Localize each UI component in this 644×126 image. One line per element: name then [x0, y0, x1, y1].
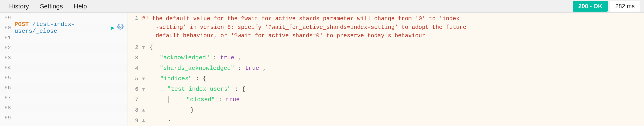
fold-marker[interactable]: ▼	[142, 76, 145, 82]
response-time: 282 ms	[610, 1, 640, 12]
line-number: 2	[129, 42, 142, 50]
table-row: 63	[0, 53, 127, 63]
http-method: POST	[14, 21, 29, 28]
table-row: 67	[0, 93, 127, 103]
json-colon: :	[238, 65, 245, 72]
wrench-icon[interactable]	[117, 24, 124, 32]
json-brace: {	[150, 44, 153, 51]
fold-marker[interactable]: ▲	[142, 108, 145, 113]
json-key: "shards_acknowledged"	[160, 65, 234, 72]
left-panel: 59 60 POST /test-index-users/_close ▶ 61…	[0, 13, 128, 126]
response-line: 1 #! the default value for the ?wait_for…	[128, 13, 644, 42]
response-line: 8 ▲ │ }	[128, 105, 644, 115]
line-number: 64	[2, 65, 14, 71]
line-number: 68	[2, 105, 14, 111]
line-number: 65	[2, 75, 14, 81]
run-icon[interactable]: ▶	[110, 24, 114, 32]
table-row: 64	[0, 63, 127, 73]
warning-text: #! the default value for the ?wait_for_a…	[142, 16, 466, 39]
line-content: #! the default value for the ?wait_for_a…	[142, 13, 642, 42]
menu-settings[interactable]: Settings	[34, 1, 68, 12]
json-colon: :	[213, 54, 220, 61]
line-content: POST /test-index-users/_close	[14, 21, 110, 34]
main-content: 59 60 POST /test-index-users/_close ▶ 61…	[0, 13, 644, 126]
json-indent	[176, 96, 183, 103]
json-brace: }	[183, 107, 194, 114]
line-number: 9	[129, 115, 142, 124]
line-number: 8	[129, 105, 142, 113]
json-indent	[150, 75, 156, 82]
line-content: "acknowledged" : true ,	[142, 52, 642, 63]
line-number: 61	[2, 35, 14, 41]
response-line: 4 "shards_acknowledged" : true ,	[128, 63, 644, 74]
right-panel[interactable]: 1 #! the default value for the ?wait_for…	[128, 13, 644, 126]
response-line: 6 ▼ "test-index-users" : {	[128, 84, 644, 94]
menu-history[interactable]: History	[4, 1, 34, 12]
line-number: 67	[2, 95, 14, 101]
line-content: │ "closed" : true	[142, 94, 642, 105]
json-indent	[142, 96, 164, 103]
line-number: 7	[129, 94, 142, 103]
table-row: 62	[0, 43, 127, 53]
table-row: 70	[0, 123, 127, 126]
line-number: 3	[129, 52, 142, 61]
json-colon: :	[218, 96, 226, 103]
json-indent	[150, 86, 164, 92]
line-number: 62	[2, 45, 14, 51]
table-row: 68	[0, 103, 127, 113]
line-number: 70	[2, 125, 14, 126]
table-row: 69	[0, 113, 127, 123]
json-comma: ,	[263, 65, 266, 72]
line-content: ▼ "indices" : {	[142, 74, 642, 84]
json-colon: : {	[196, 75, 206, 82]
svg-point-0	[120, 26, 121, 28]
response-line: 5 ▼ "indices" : {	[128, 74, 644, 84]
json-key: "indices"	[160, 75, 192, 82]
response-line: 9 ▲ }	[128, 115, 644, 126]
menu-help[interactable]: Help	[68, 1, 92, 12]
line-content: ▲ │ }	[142, 105, 642, 115]
json-colon: : {	[234, 86, 245, 92]
json-indent	[142, 54, 156, 61]
table-row: 60 POST /test-index-users/_close ▶	[0, 23, 127, 33]
line-number: 60	[2, 25, 14, 31]
pipe-marker: │	[167, 96, 170, 103]
table-row: 65	[0, 73, 127, 83]
response-line: 2 ▼ {	[128, 42, 644, 52]
line-number: 66	[2, 85, 14, 91]
line-content: ▲ }	[142, 115, 642, 126]
line-number: 69	[2, 115, 14, 121]
line-number: 4	[129, 63, 142, 72]
fold-marker[interactable]: ▼	[142, 87, 145, 92]
line-content: "shards_acknowledged" : true ,	[142, 63, 642, 74]
table-row: 66	[0, 83, 127, 93]
line-number: 63	[2, 55, 14, 61]
json-brace: }	[167, 117, 171, 124]
response-line: 3 "acknowledged" : true ,	[128, 52, 644, 63]
line-content: ▼ {	[142, 42, 642, 52]
json-indent	[142, 65, 156, 72]
line-content: ▼ "test-index-users" : {	[142, 84, 642, 94]
line-number: 6	[129, 84, 142, 92]
json-key: "test-index-users"	[167, 86, 231, 92]
json-value: true	[226, 96, 240, 103]
response-line: 7 │ "closed" : true	[128, 94, 644, 105]
json-value: true	[220, 54, 234, 61]
pipe-marker: │	[174, 107, 178, 114]
line-number: 59	[2, 15, 14, 21]
menu-bar: History Settings Help 200 - OK 282 ms	[0, 0, 644, 13]
line-actions: ▶	[110, 24, 126, 32]
fold-marker[interactable]: ▲	[142, 118, 145, 124]
status-ok-badge: 200 - OK	[573, 1, 608, 12]
json-value: true	[245, 65, 259, 72]
json-comma: ,	[238, 54, 242, 61]
json-key: "acknowledged"	[160, 54, 209, 61]
json-indent	[150, 117, 164, 124]
fold-marker[interactable]: ▼	[142, 45, 145, 50]
line-number: 1	[129, 13, 142, 21]
json-indent	[150, 107, 171, 114]
line-number: 5	[129, 74, 142, 82]
json-key: "closed"	[186, 96, 215, 103]
